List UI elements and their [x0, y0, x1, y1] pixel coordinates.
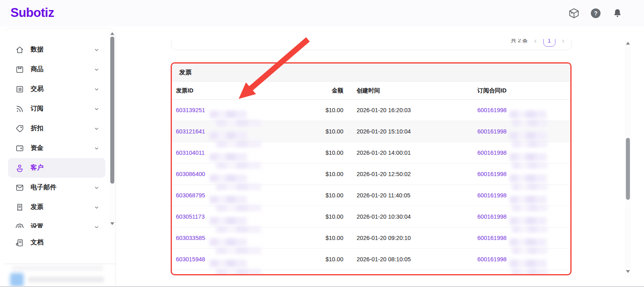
- contract-id-link[interactable]: 600161998: [477, 192, 507, 199]
- redacted-blur: [510, 217, 547, 225]
- created-at-cell: 2026-01-20 15:10:04: [343, 128, 477, 135]
- redacted-blur: [210, 132, 247, 139]
- sidebar-scrollbar[interactable]: [109, 30, 116, 230]
- brand-logo[interactable]: Subotiz: [10, 6, 54, 20]
- pagination: 共 2 条 ‹ 1 ›: [511, 39, 564, 47]
- sidebar-item[interactable]: 交易: [8, 79, 105, 99]
- contract-id-link[interactable]: 600161998: [477, 107, 507, 113]
- table-header-row: 发票ID 金额 创建时间 订阅合同ID: [172, 82, 570, 100]
- amount-cell: $10.00: [291, 107, 343, 113]
- bell-icon[interactable]: [612, 8, 623, 19]
- panel-title: 发票: [172, 64, 570, 82]
- chevron-down-icon: [93, 184, 100, 191]
- upper-card-clipped: 共 2 条 ‹ 1 ›: [171, 39, 572, 50]
- redacted-blur: [512, 226, 547, 233]
- redacted-blur: [510, 111, 547, 118]
- sidebar-item[interactable]: 电子邮件: [8, 178, 105, 197]
- amount-cell: $10.00: [291, 150, 343, 156]
- invoice-id-link[interactable]: 603121641: [176, 128, 205, 135]
- scroll-up-arrow[interactable]: [626, 42, 630, 45]
- transactions-list-icon: [15, 85, 24, 94]
- scroll-down-arrow[interactable]: [110, 222, 114, 225]
- redacted-blur: [210, 153, 247, 161]
- chevron-down-icon: [93, 204, 100, 211]
- product-box-icon: [15, 65, 24, 74]
- invoice-id-link[interactable]: 603051173: [176, 213, 205, 220]
- chevron-down-icon: [93, 66, 100, 73]
- chevron-down-icon: [93, 224, 100, 228]
- page-prev-button[interactable]: ‹: [534, 39, 537, 47]
- page-next-button[interactable]: ›: [562, 39, 564, 47]
- help-icon[interactable]: ?: [590, 8, 601, 19]
- created-at-cell: 2026-01-20 11:40:05: [343, 192, 477, 199]
- main-content: 共 2 条 ‹ 1 › 发票 发票ID 金额 创建时间 订阅合同ID 60313…: [116, 27, 644, 287]
- sidebar: 数据 商品 交易: [3, 28, 116, 287]
- redacted-blur: [510, 260, 547, 267]
- redacted-blur: [216, 119, 261, 126]
- created-at-cell: 2026-01-20 08:10:05: [343, 256, 477, 262]
- table-row[interactable]: 603139251 $10.00 2026-01-20 16:20:03 600…: [172, 100, 570, 121]
- sidebar-item[interactable]: 数据: [8, 40, 105, 59]
- amount-cell: $10.00: [291, 256, 343, 262]
- contract-id-link[interactable]: 600161998: [477, 171, 507, 177]
- amount-cell: $10.00: [291, 128, 343, 135]
- redacted-blur: [512, 119, 547, 126]
- wallet-icon: [15, 144, 24, 153]
- invoice-id-link[interactable]: 603086400: [176, 171, 205, 177]
- created-at-cell: 2026-01-20 14:00:01: [343, 150, 477, 156]
- sidebar-nav: 数据 商品 交易: [3, 29, 109, 228]
- created-at-cell: 2026-01-20 09:20:10: [343, 235, 477, 241]
- user-icon: [15, 164, 24, 172]
- contract-id-link[interactable]: 600161998: [477, 256, 507, 262]
- chevron-down-icon: [93, 125, 100, 132]
- col-header-amount: 金额: [291, 87, 343, 94]
- sidebar-item[interactable]: 设置: [8, 217, 105, 228]
- redacted-blur: [510, 238, 547, 246]
- invoice-id-link[interactable]: 603068795: [176, 192, 205, 199]
- redacted-blur: [216, 205, 261, 211]
- sidebar-item[interactable]: 折扣: [8, 119, 105, 138]
- redacted-blur: [210, 238, 247, 246]
- redacted-blur: [210, 174, 247, 182]
- contract-id-link[interactable]: 600161998: [477, 150, 507, 156]
- redacted-blur: [210, 196, 247, 203]
- col-header-contract-id: 订阅合同ID: [477, 87, 566, 94]
- invoice-id-link[interactable]: 603015948: [176, 256, 205, 262]
- scroll-down-arrow[interactable]: [626, 270, 630, 273]
- package-3d-icon[interactable]: [568, 8, 580, 19]
- amount-cell: $10.00: [291, 171, 343, 177]
- redacted-blur: [216, 141, 261, 148]
- contract-id-link[interactable]: 600161998: [477, 235, 507, 241]
- scrollbar-thumb[interactable]: [110, 37, 114, 184]
- scrollbar-thumb[interactable]: [626, 138, 630, 200]
- scroll-up-arrow[interactable]: [110, 32, 114, 35]
- amount-cell: $10.00: [291, 213, 343, 220]
- contract-id-link[interactable]: 600161998: [477, 213, 507, 220]
- redacted-blur: [216, 226, 261, 233]
- invoice-id-link[interactable]: 603104011: [176, 150, 205, 156]
- mail-icon: [15, 183, 24, 192]
- chevron-down-icon: [93, 145, 100, 152]
- page-number-button[interactable]: 1: [543, 39, 555, 47]
- main-scrollbar[interactable]: [625, 40, 631, 277]
- created-at-cell: 2026-01-20 10:30:04: [343, 213, 477, 220]
- sidebar-item[interactable]: 发票: [8, 197, 105, 217]
- amount-cell: $10.00: [291, 235, 343, 241]
- sidebar-item[interactable]: 资金: [8, 138, 105, 158]
- contract-id-link[interactable]: 600161998: [477, 128, 507, 135]
- chevron-down-icon: [93, 86, 100, 92]
- invoice-id-link[interactable]: 603139251: [176, 107, 205, 113]
- redacted-text: [12, 266, 103, 271]
- account-block[interactable]: [3, 264, 116, 287]
- top-header-bar: Subotiz ?: [0, 0, 644, 27]
- sidebar-item[interactable]: 商品: [8, 59, 105, 79]
- sidebar-item[interactable]: 订阅: [8, 99, 105, 119]
- sidebar-item-docs[interactable]: 文档: [8, 233, 105, 252]
- sidebar-item[interactable]: 客户: [8, 158, 105, 178]
- redacted-blur: [510, 174, 547, 182]
- redacted-blur: [510, 196, 547, 203]
- svg-text:?: ?: [594, 10, 597, 16]
- redacted-blur: [210, 260, 247, 267]
- invoice-id-link[interactable]: 603033585: [176, 235, 205, 241]
- redacted-blur: [210, 111, 247, 118]
